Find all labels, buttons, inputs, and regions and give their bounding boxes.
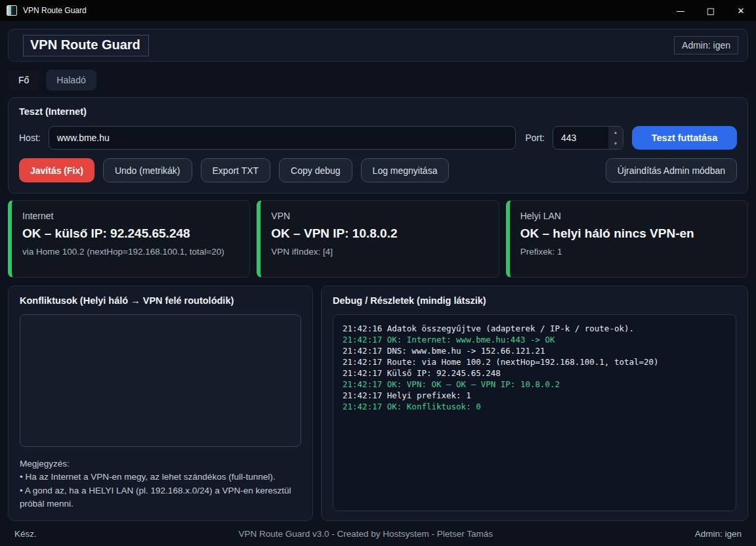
vpn-status-card: VPN OK – VPN IP: 10.8.0.2 VPN ifIndex: [… — [257, 200, 499, 278]
page-title: VPN Route Guard — [23, 35, 149, 56]
app-surface: VPN Route Guard Admin: igen Fő Haladó Te… — [0, 21, 756, 546]
conflicts-notes: Megjegyzés: • Ha az Internet a VPN-en me… — [20, 457, 301, 511]
titlebar: VPN Route Guard — □ ✕ — [0, 0, 756, 21]
lan-status-card: Helyi LAN OK – helyi háló nincs VPN-en P… — [506, 200, 748, 278]
window-title: VPN Route Guard — [23, 6, 87, 15]
card-detail: via Home 100.2 (nextHop=192.168.100.1, t… — [22, 245, 239, 259]
close-icon[interactable]: ✕ — [726, 0, 756, 21]
status-text: Kész. — [14, 529, 37, 539]
run-test-button[interactable]: Teszt futtatása — [632, 126, 737, 150]
log-line: 21:42:16 Adatok összegyűjtve (adapterek … — [343, 323, 726, 334]
debug-log[interactable]: 21:42:16 Adatok összegyűjtve (adapterek … — [333, 314, 736, 511]
conflicts-list[interactable] — [20, 314, 301, 447]
log-line: 21:42:17 DNS: www.bme.hu -> 152.66.121.2… — [343, 345, 726, 356]
port-stepper: ▲ ▼ — [553, 126, 623, 150]
host-label: Host: — [19, 133, 41, 143]
card-headline: OK – VPN IP: 10.8.0.2 — [271, 226, 488, 241]
status-cards-row: Internet OK – külső IP: 92.245.65.248 vi… — [8, 200, 748, 278]
log-line: 21:42:17 OK: Internet: www.bme.hu:443 ->… — [343, 334, 726, 345]
log-line: 21:42:17 Helyi prefixek: 1 — [343, 390, 726, 401]
debug-panel: Debug / Részletek (mindig látszik) 21:42… — [321, 285, 748, 521]
log-line: 21:42:17 OK: VPN: OK – OK – VPN IP: 10.8… — [343, 379, 726, 390]
status-bar: Kész. VPN Route Guard v3.0 - Created by … — [8, 521, 748, 546]
tab-fo[interactable]: Fő — [8, 70, 39, 91]
note-line: • A gond az, ha a HELYI LAN (pl. 192.168… — [20, 484, 301, 511]
port-input[interactable] — [553, 127, 608, 149]
copy-debug-button[interactable]: Copy debug — [279, 158, 352, 182]
test-panel-title: Teszt (Internet) — [19, 106, 737, 117]
conflicts-panel-title: Konfliktusok (Helyi háló → VPN felé rout… — [20, 295, 301, 306]
log-line: 21:42:17 Külső IP: 92.245.65.248 — [343, 368, 726, 379]
spin-down-icon[interactable]: ▼ — [608, 138, 623, 149]
minimize-icon[interactable]: — — [665, 0, 696, 21]
fix-button[interactable]: Javítás (Fix) — [19, 158, 94, 182]
open-log-button[interactable]: Log megnyitása — [361, 158, 450, 182]
debug-panel-title: Debug / Részletek (mindig látszik) — [333, 295, 736, 306]
card-headline: OK – külső IP: 92.245.65.248 — [22, 226, 239, 241]
card-detail: Prefixek: 1 — [520, 245, 737, 259]
maximize-icon[interactable]: □ — [696, 0, 726, 21]
conflicts-panel: Konfliktusok (Helyi háló → VPN felé rout… — [8, 285, 313, 521]
action-button-row: Javítás (Fix) Undo (metrikák) Export TXT… — [19, 158, 737, 182]
host-input[interactable] — [49, 126, 516, 150]
host-row: Host: Port: ▲ ▼ Teszt futtatása — [19, 126, 737, 150]
card-title: Helyi LAN — [520, 211, 737, 221]
card-title: VPN — [271, 211, 488, 221]
log-line: 21:42:17 Route: via Home 100.2 (nextHop=… — [343, 356, 726, 368]
card-title: Internet — [22, 211, 239, 221]
spin-up-icon[interactable]: ▲ — [608, 127, 623, 138]
footer-admin-status: Admin: igen — [695, 529, 742, 539]
card-detail: VPN ifIndex: [4] — [271, 245, 488, 259]
tab-halado[interactable]: Haladó — [46, 70, 96, 91]
note-line: • Ha az Internet a VPN-en megy, az lehet… — [20, 471, 301, 484]
internet-status-card: Internet OK – külső IP: 92.245.65.248 vi… — [8, 200, 250, 278]
port-label: Port: — [525, 133, 545, 143]
note-title: Megjegyzés: — [20, 457, 301, 471]
undo-metrics-button[interactable]: Undo (metrikák) — [103, 158, 192, 182]
test-panel: Teszt (Internet) Host: Port: ▲ ▼ Teszt f… — [8, 97, 748, 194]
bottom-row: Konfliktusok (Helyi háló → VPN felé rout… — [8, 285, 748, 521]
footer-credit: VPN Route Guard v3.0 - Created by Hostsy… — [37, 529, 695, 539]
tab-bar: Fő Haladó — [8, 70, 748, 91]
export-txt-button[interactable]: Export TXT — [201, 158, 271, 182]
log-line: 21:42:17 OK: Konfliktusok: 0 — [343, 401, 726, 412]
card-headline: OK – helyi háló nincs VPN-en — [520, 226, 737, 241]
admin-status-badge: Admin: igen — [674, 36, 738, 54]
port-spin-buttons: ▲ ▼ — [608, 127, 623, 149]
app-icon — [7, 5, 17, 16]
restart-admin-button[interactable]: Újraindítás Admin módban — [606, 158, 737, 182]
header: VPN Route Guard Admin: igen — [8, 29, 748, 62]
